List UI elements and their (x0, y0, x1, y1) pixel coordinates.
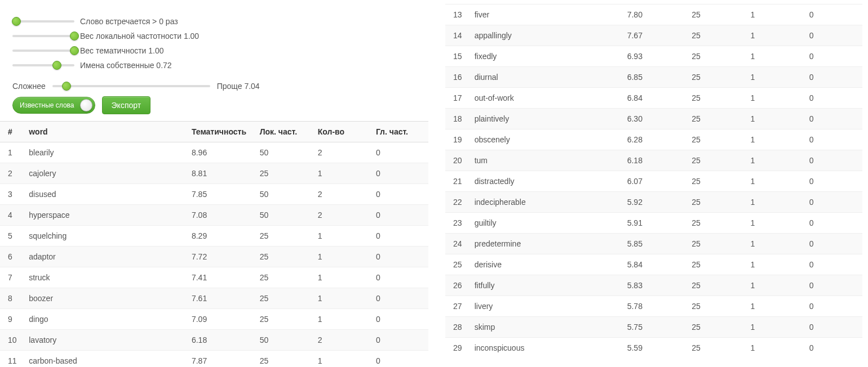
cell-thematic: 8.81 (186, 163, 254, 184)
cell-global-freq: 0 (804, 213, 862, 234)
slider-thumb-icon[interactable] (62, 82, 71, 91)
cell-word: boozer (23, 288, 186, 309)
table-row[interactable]: 28skimp5.752510 (445, 317, 862, 338)
cell-global-freq: 0 (370, 351, 428, 368)
cell-local-freq: 50 (254, 330, 312, 351)
cell-word: fitfully (469, 275, 622, 296)
slider-proper-nouns[interactable]: Имена собственные 0.72 (12, 59, 428, 71)
table-row[interactable]: 16diurnal6.852510 (445, 67, 862, 88)
cell-local-freq: 25 (686, 338, 745, 359)
cell-word: plaintively (469, 109, 622, 129)
export-button[interactable]: Экспорт (102, 96, 151, 114)
table-row[interactable]: 4hyperspace7.085020 (0, 205, 428, 226)
table-row[interactable]: 18plaintively6.302510 (445, 109, 862, 129)
cell-idx: 16 (445, 67, 469, 88)
cell-word: struck (23, 267, 186, 288)
cell-count: 1 (312, 247, 370, 267)
slider-local-freq[interactable]: Вес локальной частотности 1.00 (12, 30, 428, 42)
table-row[interactable]: 6adaptor7.722510 (0, 247, 428, 267)
difficulty-left-label: Сложнее (12, 82, 46, 91)
cell-word: lavatory (23, 330, 186, 351)
cell-word: dingo (23, 309, 186, 330)
cell-word: disused (23, 184, 186, 205)
cell-global-freq: 0 (804, 88, 862, 109)
cell-global-freq: 0 (370, 309, 428, 330)
cell-thematic: 8.96 (186, 142, 254, 163)
cell-local-freq: 25 (686, 213, 745, 234)
cell-count: 1 (745, 109, 804, 129)
cell-idx: 10 (0, 330, 23, 351)
table-row[interactable]: 29inconspicuous5.592510 (445, 338, 862, 359)
cell-local-freq: 25 (254, 351, 312, 368)
table-row[interactable]: 24predetermine5.852510 (445, 234, 862, 254)
col-word-header[interactable]: word (23, 122, 186, 142)
cell-idx: 1 (0, 142, 23, 163)
cell-thematic: 5.84 (622, 254, 687, 275)
col-global-freq-header[interactable]: Гл. част. (370, 122, 428, 142)
known-words-toggle[interactable]: Известные слова (12, 97, 95, 114)
table-row[interactable]: 2cajolery8.812510 (0, 163, 428, 184)
cell-idx: 3 (0, 184, 23, 205)
col-count-header[interactable]: Кол-во (312, 122, 370, 142)
cell-count: 1 (745, 150, 804, 171)
col-thematic-header[interactable]: Тематичность (186, 122, 254, 142)
table-row[interactable]: 26fitfully5.832510 (445, 275, 862, 296)
cell-global-freq: 0 (804, 275, 862, 296)
table-row[interactable]: 9dingo7.092510 (0, 309, 428, 330)
slider-thumb-icon[interactable] (70, 46, 79, 55)
cell-global-freq: 0 (804, 254, 862, 275)
cell-idx: 26 (445, 275, 469, 296)
cell-count: 2 (312, 184, 370, 205)
cell-count: 1 (745, 171, 804, 192)
cell-local-freq: 25 (686, 88, 745, 109)
cell-word: inconspicuous (469, 338, 622, 359)
table-row[interactable]: 5squelching8.292510 (0, 226, 428, 247)
slider-thumb-icon[interactable] (70, 32, 79, 41)
cell-local-freq: 25 (686, 254, 745, 275)
table-row[interactable]: 10lavatory6.185020 (0, 330, 428, 351)
slider-occurrence[interactable]: Слово встречается > 0 раз (12, 15, 428, 28)
table-row[interactable]: 15fixedly6.932510 (445, 46, 862, 67)
table-row[interactable]: 13fiver7.802510 (445, 5, 862, 25)
table-row[interactable]: 17out-of-work6.842510 (445, 88, 862, 109)
col-local-freq-header[interactable]: Лок. част. (254, 122, 312, 142)
table-row[interactable]: 14appallingly7.672510 (445, 25, 862, 46)
slider-thematic[interactable]: Вес тематичности 1.00 (12, 44, 428, 57)
cell-count: 1 (745, 46, 804, 67)
table-row[interactable]: 19obscenely6.282510 (445, 129, 862, 150)
table-row[interactable]: 11carbon-based7.872510 (0, 351, 428, 368)
cell-local-freq: 25 (686, 109, 745, 129)
table-row[interactable]: 25derisive5.842510 (445, 254, 862, 275)
table-row[interactable]: 7struck7.412510 (0, 267, 428, 288)
cell-idx: 24 (445, 234, 469, 254)
table-row[interactable]: 27livery5.782510 (445, 296, 862, 317)
table-row[interactable]: 23guiltily5.912510 (445, 213, 862, 234)
table-row[interactable]: 8boozer7.612510 (0, 288, 428, 309)
table-row[interactable]: 20tum6.182510 (445, 150, 862, 171)
cell-count: 1 (745, 67, 804, 88)
cell-count: 1 (745, 129, 804, 150)
cell-global-freq: 0 (370, 163, 428, 184)
cell-global-freq: 0 (370, 247, 428, 267)
cell-local-freq: 25 (254, 226, 312, 247)
cell-word: adaptor (23, 247, 186, 267)
slider-thumb-icon[interactable] (12, 17, 21, 26)
difficulty-slider[interactable] (52, 85, 210, 87)
col-idx-header[interactable]: # (0, 122, 23, 142)
table-row[interactable]: 22indecipherable5.922510 (445, 192, 862, 213)
table-row[interactable]: 21distractedly6.072510 (445, 171, 862, 192)
cell-count: 1 (312, 226, 370, 247)
table-row[interactable]: 3disused7.855020 (0, 184, 428, 205)
table-row[interactable]: 1blearily8.965020 (0, 142, 428, 163)
cell-count: 1 (745, 25, 804, 46)
cell-word: indecipherable (469, 192, 622, 213)
cell-idx: 15 (445, 46, 469, 67)
cell-local-freq: 50 (254, 142, 312, 163)
cell-local-freq: 25 (686, 150, 745, 171)
cell-count: 1 (312, 163, 370, 184)
slider-proper-nouns-label: Имена собственные 0.72 (80, 61, 172, 70)
cell-global-freq: 0 (804, 109, 862, 129)
cell-local-freq: 25 (686, 46, 745, 67)
slider-thumb-icon[interactable] (52, 61, 61, 70)
cell-idx: 18 (445, 109, 469, 129)
